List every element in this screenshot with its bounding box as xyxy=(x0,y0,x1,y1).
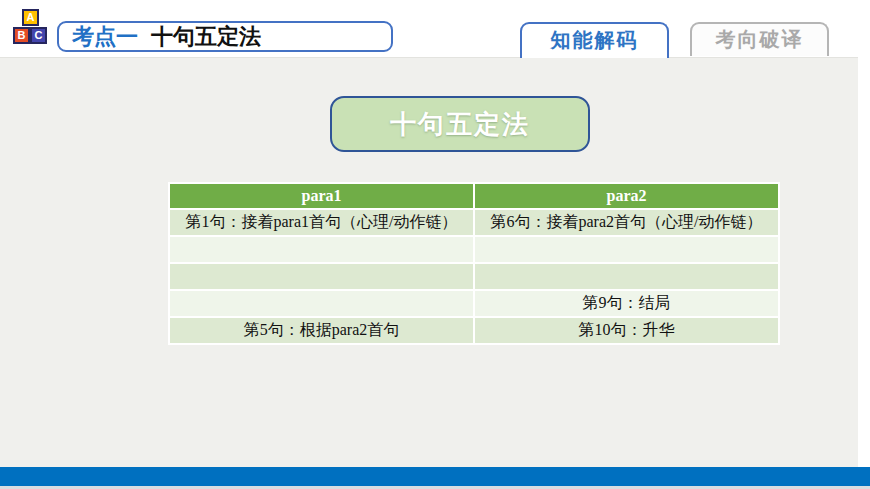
topic-title: 十句五定法 xyxy=(151,22,261,52)
abc-blocks-icon: A B C xyxy=(13,9,49,46)
tab-zhineng-jiema[interactable]: 知能解码 xyxy=(520,22,669,58)
table-cell: 第6句：接着para2首句（心理/动作链） xyxy=(475,210,778,235)
flow-node-method: 十句五定法 xyxy=(330,96,590,152)
table-cell: 第9句：结局 xyxy=(475,291,778,316)
table-row: 第5句：根据para2首句 第10句：升华 xyxy=(170,318,778,343)
table-row xyxy=(170,264,778,289)
table-cell xyxy=(475,264,778,289)
sentence-rules-table: para1 para2 第1句：接着para1首句（心理/动作链） 第6句：接着… xyxy=(168,182,780,345)
table-cell xyxy=(475,237,778,262)
tab-kaoxiang-poyi[interactable]: 考向破译 xyxy=(690,22,829,56)
column-header-para2: para2 xyxy=(475,184,778,208)
block-b-icon: B xyxy=(13,27,30,44)
table-cell xyxy=(170,291,473,316)
table-cell: 第10句：升华 xyxy=(475,318,778,343)
table-row xyxy=(170,237,778,262)
topic-prefix: 考点一 xyxy=(72,22,138,52)
table-cell xyxy=(170,264,473,289)
table-cell xyxy=(170,237,473,262)
table-cell: 第5句：根据para2首句 xyxy=(170,318,473,343)
column-header-para1: para1 xyxy=(170,184,473,208)
table-header-row: para1 para2 xyxy=(170,184,778,208)
topic-title-badge: 考点一 十句五定法 xyxy=(57,21,393,52)
footer-bar xyxy=(0,467,870,486)
block-a-icon: A xyxy=(22,9,39,26)
table-cell: 第1句：接着para1首句（心理/动作链） xyxy=(170,210,473,235)
table-row: 第9句：结局 xyxy=(170,291,778,316)
table-row: 第1句：接着para1首句（心理/动作链） 第6句：接着para2首句（心理/动… xyxy=(170,210,778,235)
block-c-icon: C xyxy=(30,27,47,44)
